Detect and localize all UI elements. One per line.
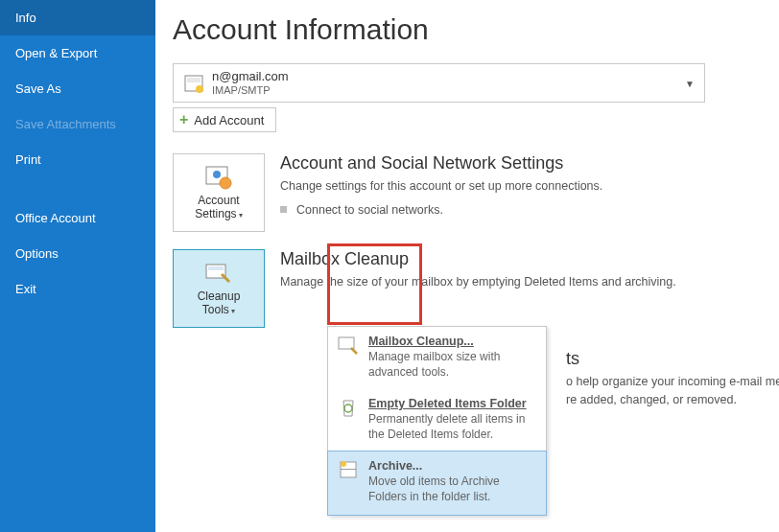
svg-rect-11 (341, 469, 356, 470)
account-email: n@gmail.com (212, 70, 289, 83)
svg-point-2 (196, 85, 203, 93)
menu-item-mailbox-cleanup-desc: Manage mailbox size with advanced tools. (368, 350, 536, 380)
sidebar-item-save-as[interactable]: Save As (0, 71, 155, 106)
add-account-button[interactable]: + Add Account (173, 107, 276, 132)
cleanup-tools-label-2: Tools (202, 303, 229, 316)
svg-point-12 (341, 461, 346, 467)
menu-item-empty-deleted-title: Empty Deleted Items Folder (368, 397, 536, 410)
add-account-label: Add Account (194, 113, 264, 127)
sidebar-item-exit[interactable]: Exit (0, 271, 155, 307)
menu-item-empty-deleted-desc: Permanently delete all items in the Dele… (368, 412, 536, 442)
cleanup-tools-label-1: Cleanup (198, 289, 241, 303)
menu-item-archive[interactable]: Archive... Move old items to Archive Fol… (327, 451, 547, 515)
sidebar-item-office-account[interactable]: Office Account (0, 200, 155, 236)
sidebar-item-save-attachments: Save Attachments (0, 106, 155, 142)
chevron-down-icon: ▾ (229, 307, 235, 315)
rules-section-desc-fragment-2: re added, changed, or removed. (566, 391, 779, 409)
rules-section-desc-fragment-1: o help organize your incoming e-mail mes… (566, 373, 779, 391)
plus-icon: + (179, 112, 188, 127)
account-settings-label-1: Account (198, 194, 239, 207)
chevron-down-icon: ▼ (685, 78, 695, 88)
sidebar-item-options[interactable]: Options (0, 236, 155, 271)
svg-point-5 (220, 177, 231, 189)
account-settings-button[interactable]: Account Settings ▾ (173, 153, 265, 232)
svg-rect-7 (208, 266, 224, 270)
menu-item-mailbox-cleanup-title: Mailbox Cleanup... (368, 335, 536, 348)
backstage-sidebar: Info Open & Export Save As Save Attachme… (0, 0, 155, 532)
recycle-bin-icon (338, 397, 359, 418)
svg-rect-1 (187, 78, 201, 82)
settings-bullet-connect[interactable]: Connect to social networks. (296, 201, 443, 220)
account-protocol: IMAP/SMTP (212, 84, 289, 96)
menu-item-archive-desc: Move old items to Archive Folders in the… (368, 474, 536, 504)
content-area: Account Information n@gmail.com IMAP/SMT… (155, 0, 779, 532)
cleanup-section-desc: Manage the size of your mailbox by empty… (280, 273, 760, 291)
menu-item-mailbox-cleanup[interactable]: Mailbox Cleanup... Manage mailbox size w… (328, 327, 546, 389)
menu-item-archive-title: Archive... (368, 459, 536, 473)
archive-icon (338, 459, 359, 480)
sidebar-item-print[interactable]: Print (0, 142, 155, 177)
cleanup-tools-icon (204, 261, 233, 286)
bullet-icon (280, 206, 287, 213)
settings-section-title: Account and Social Network Settings (280, 153, 760, 173)
account-settings-label-2: Settings (195, 207, 236, 220)
cleanup-tools-button[interactable]: Cleanup Tools ▾ (173, 249, 265, 328)
cleanup-section-title: Mailbox Cleanup (280, 249, 760, 269)
mailbox-icon (181, 70, 206, 97)
settings-section-desc: Change settings for this account or set … (280, 177, 760, 196)
rules-section-title-fragment: ts (566, 349, 779, 369)
sidebar-item-info[interactable]: Info (0, 0, 155, 35)
account-settings-icon (204, 165, 233, 190)
page-title: Account Information (173, 13, 760, 46)
svg-rect-8 (339, 337, 354, 349)
account-selector-dropdown[interactable]: n@gmail.com IMAP/SMTP ▼ (173, 63, 705, 103)
mailbox-cleanup-icon (338, 335, 359, 356)
sidebar-item-open-export[interactable]: Open & Export (0, 35, 155, 71)
menu-item-empty-deleted[interactable]: Empty Deleted Items Folder Permanently d… (328, 389, 546, 451)
cleanup-tools-menu: Mailbox Cleanup... Manage mailbox size w… (327, 326, 547, 516)
svg-point-4 (213, 171, 221, 178)
chevron-down-icon: ▾ (237, 211, 243, 220)
